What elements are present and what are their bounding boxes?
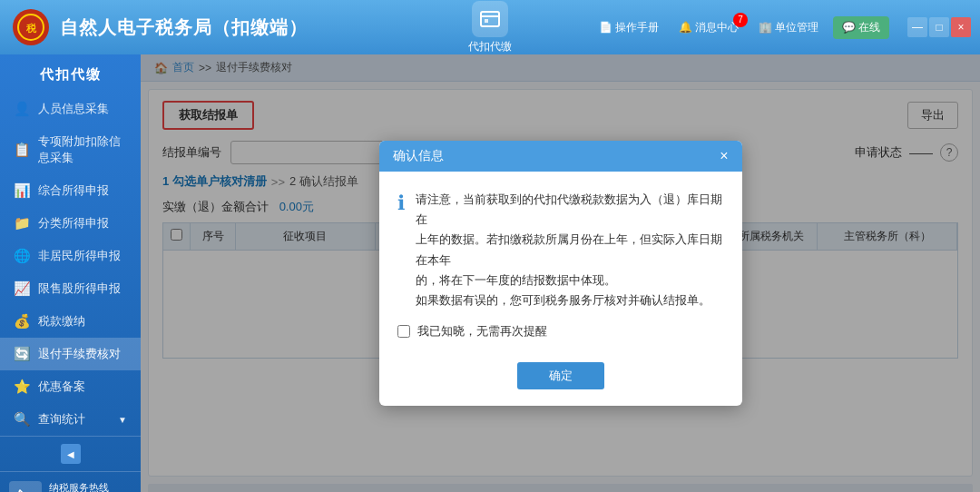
sidebar-item-personnel[interactable]: 👤 人员信息采集	[0, 93, 141, 125]
restricted-icon: 📈	[14, 280, 31, 297]
modal-footer: 确定	[379, 353, 742, 406]
nonresident-icon: 🌐	[14, 248, 31, 264]
classified-icon: 📁	[14, 215, 31, 231]
header-center: 代扣代缴	[468, 1, 512, 54]
refund-icon: 🔄	[14, 346, 31, 362]
modal-header: 确认信息 ×	[379, 141, 742, 172]
sidebar-item-classified[interactable]: 📁 分类所得申报	[0, 207, 141, 240]
unit-management-btn[interactable]: 🏢 单位管理	[753, 16, 824, 39]
comprehensive-icon: 📊	[14, 182, 31, 199]
sidebar-item-tax-payment[interactable]: 💰 税款缴纳	[0, 305, 141, 338]
modal-title: 确认信息	[393, 148, 444, 164]
sidebar-item-restricted[interactable]: 📈 限售股所得申报	[0, 272, 141, 305]
special-icon: 📋	[14, 142, 31, 158]
modal-info-row: ℹ 请注意，当前获取到的代扣代缴税款数据为入（退）库日期在 上年的数据。若扣缴税…	[397, 190, 724, 310]
modal-close-btn[interactable]: ×	[720, 148, 728, 164]
center-label: 代扣代缴	[468, 39, 512, 54]
sidebar-item-refund[interactable]: 🔄 退付手续费核对	[0, 338, 141, 370]
maximize-btn[interactable]: □	[929, 17, 949, 37]
hotline-info: 纳税服务热线 12366	[49, 481, 109, 492]
message-badge: 7	[733, 13, 748, 27]
unit-management-wrapper: 🏢 单位管理	[753, 16, 824, 39]
modal-info-icon: ℹ	[397, 192, 405, 310]
no-remind-checkbox[interactable]	[397, 325, 410, 338]
message-center-wrapper: 🔔 消息中心 7	[673, 16, 744, 39]
svg-text:税: 税	[25, 23, 37, 34]
sidebar-header: 代扣代缴	[0, 59, 141, 93]
main-layout: 代扣代缴 👤 人员信息采集 📋 专项附加扣除信息采集 📊 综合所得申报 📁 分类…	[0, 54, 980, 492]
top-right-area: 📄 操作手册 🔔 消息中心 7 🏢 单位管理 💬 在线 — □ ×	[593, 16, 971, 39]
personnel-icon: 👤	[14, 101, 31, 117]
unit-icon: 🏢	[759, 21, 772, 34]
confirm-btn[interactable]: 确定	[517, 362, 604, 389]
no-remind-label: 我已知晓，无需再次提醒	[417, 323, 547, 339]
sidebar: 代扣代缴 👤 人员信息采集 📋 专项附加扣除信息采集 📊 综合所得申报 📁 分类…	[0, 54, 141, 492]
app-logo: 税	[9, 5, 53, 49]
preferential-icon: ⭐	[14, 379, 31, 395]
window-controls: — □ ×	[907, 17, 971, 37]
sidebar-item-special[interactable]: 📋 专项附加扣除信息采集	[0, 125, 141, 174]
online-status-btn[interactable]: 💬 在线	[833, 16, 889, 39]
tax-payment-icon: 💰	[14, 313, 31, 330]
query-expand-icon: ▼	[118, 415, 127, 425]
modal-overlay: 确认信息 × ℹ 请注意，当前获取到的代扣代缴税款数据为入（退）库日期在 上年的…	[141, 54, 980, 492]
modal-body: ℹ 请注意，当前获取到的代扣代缴税款数据为入（退）库日期在 上年的数据。若扣缴税…	[379, 172, 742, 353]
collapse-icon: ◀	[67, 449, 74, 459]
sidebar-item-preferential[interactable]: ⭐ 优惠备案	[0, 370, 141, 403]
query-icon: 🔍	[14, 411, 31, 428]
operations-manual-btn[interactable]: 📄 操作手册	[593, 16, 664, 39]
sidebar-item-query[interactable]: 🔍 查询统计 ▼	[0, 403, 141, 436]
app-title: 自然人电子税务局（扣缴端）	[60, 15, 593, 40]
sidebar-item-comprehensive[interactable]: 📊 综合所得申报	[0, 174, 141, 207]
title-bar: 税 自然人电子税务局（扣缴端） 代扣代缴 📄 操作手册 🔔 消息中心 7	[0, 0, 980, 54]
svg-rect-3	[481, 12, 499, 26]
modal-dialog: 确认信息 × ℹ 请注意，当前获取到的代扣代缴税款数据为入（退）库日期在 上年的…	[379, 141, 742, 406]
svg-rect-5	[485, 19, 488, 23]
sidebar-footer: 纳税服务热线 12366	[0, 471, 141, 492]
sidebar-item-nonresident[interactable]: 🌐 非居民所得申报	[0, 240, 141, 272]
close-btn[interactable]: ×	[951, 17, 971, 37]
minimize-btn[interactable]: —	[907, 17, 927, 37]
manual-icon: 📄	[599, 21, 612, 34]
online-icon: 💬	[842, 21, 856, 34]
operations-manual-wrapper: 📄 操作手册	[593, 16, 664, 39]
hotline-icon	[9, 481, 42, 492]
modal-info-text: 请注意，当前获取到的代扣代缴税款数据为入（退）库日期在 上年的数据。若扣缴税款所…	[416, 190, 724, 310]
modal-checkbox-row: 我已知晓，无需再次提醒	[397, 323, 724, 339]
content-area: 🏠 首页 >> 退付手续费核对 获取结报单 导出 结报单编号 申请状态 ——	[141, 54, 980, 492]
center-icon	[472, 1, 508, 37]
message-icon: 🔔	[679, 21, 692, 34]
sidebar-collapse-btn[interactable]: ◀	[61, 444, 81, 464]
